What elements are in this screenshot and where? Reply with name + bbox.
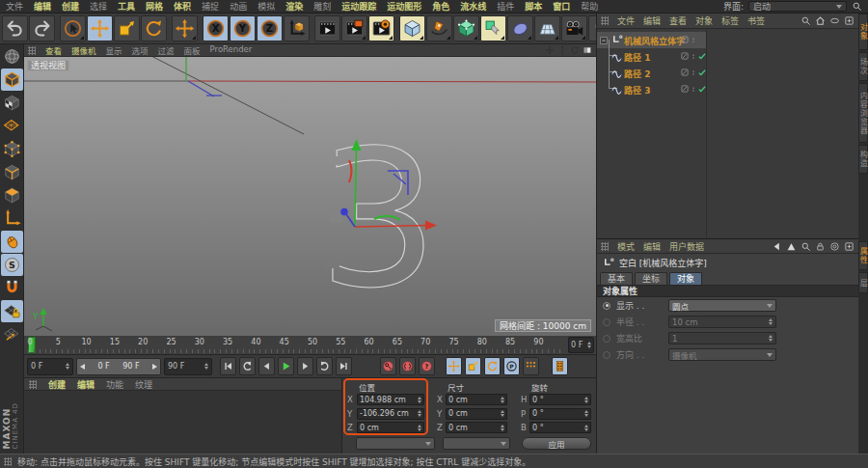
render-view-icon[interactable] — [314, 15, 340, 41]
key-scale-icon[interactable] — [465, 357, 481, 375]
visibility-dots-icon[interactable] — [691, 68, 696, 78]
object-name[interactable]: 路径 1 — [624, 51, 650, 64]
lock-workplane-icon[interactable] — [1, 300, 23, 322]
object-row[interactable]: 路径 3 — [597, 81, 858, 97]
object-manager-menu-item[interactable]: 书签 — [747, 14, 765, 27]
range-right-arrow-icon[interactable] — [152, 364, 157, 370]
key-position-icon[interactable] — [446, 357, 462, 375]
tab-对象[interactable]: 对象 — [669, 272, 702, 285]
model-mode-icon[interactable] — [1, 69, 23, 91]
stepper-icon[interactable] — [769, 335, 773, 342]
object-name[interactable]: 路径 2 — [624, 68, 650, 80]
keyframe-radio[interactable] — [603, 335, 610, 343]
menubar-item[interactable]: 雕刻 — [313, 0, 331, 13]
deformer-icon[interactable] — [507, 15, 533, 41]
object-manager-menu-item[interactable]: 查看 — [669, 14, 687, 27]
menubar-item[interactable]: 渲染 — [285, 0, 303, 13]
axis-y-lock-icon[interactable]: Y — [230, 15, 256, 41]
menubar-item[interactable]: 插件 — [497, 0, 514, 13]
attribute-menu-item[interactable]: 模式 — [617, 240, 635, 253]
object-name[interactable]: 机械风格立体字 — [624, 35, 685, 47]
field-stepper[interactable]: 10 cm — [668, 316, 776, 328]
am-back-icon[interactable] — [772, 241, 782, 252]
stepper-icon[interactable] — [501, 425, 504, 431]
am-lock-icon[interactable] — [815, 241, 826, 252]
camera-icon[interactable] — [561, 15, 587, 41]
object-manager-menu-item[interactable]: 文件 — [617, 14, 635, 27]
coordinate-input[interactable]: 0 cm — [446, 394, 507, 405]
om-add-icon[interactable] — [844, 15, 854, 26]
apply-button[interactable]: 应用 — [522, 437, 591, 450]
viewport-menu-item[interactable]: 面板 — [184, 44, 201, 56]
last-tool-icon[interactable] — [172, 15, 198, 41]
object-name[interactable]: 路径 3 — [624, 84, 650, 96]
menubar-item[interactable]: 运动跟踪 — [341, 0, 376, 13]
gizmo-z-handle[interactable] — [340, 208, 348, 216]
stepper-icon[interactable] — [584, 397, 588, 403]
key-parameter-icon[interactable]: P — [503, 357, 520, 375]
tab-基本[interactable]: 基本 — [600, 272, 633, 285]
viewport-canvas[interactable]: 透视视图 3 — [24, 57, 596, 336]
material-menu-item[interactable]: 创建 — [48, 378, 66, 391]
environment-icon[interactable] — [534, 15, 560, 41]
menubar-item[interactable]: 窗口 — [553, 0, 570, 13]
object-row[interactable]: 0机械风格立体字 — [597, 32, 858, 48]
stepper-icon[interactable] — [501, 397, 504, 403]
stepper-icon[interactable] — [418, 425, 421, 431]
generator-icon[interactable] — [453, 15, 479, 41]
manager-tab-场次[interactable]: 场次 — [858, 52, 868, 81]
coordinate-input[interactable]: 104.988 cm — [357, 394, 424, 405]
menubar-item[interactable]: 帮助 — [581, 0, 598, 13]
viewport-menu-item[interactable]: 查看 — [45, 44, 62, 56]
attribute-menu-item[interactable]: 编辑 — [643, 240, 661, 253]
key-pla-icon[interactable] — [523, 357, 539, 375]
material-menu-item[interactable]: 编辑 — [77, 378, 95, 391]
menubar-item[interactable]: 捕捉 — [202, 0, 219, 13]
next-frame-icon[interactable] — [297, 357, 313, 375]
coordinate-input[interactable]: 0 ° — [529, 394, 591, 405]
animation-palette-icon[interactable] — [552, 357, 568, 375]
stepper-icon[interactable] — [66, 363, 69, 370]
menubar-item[interactable]: 运动图形 — [387, 0, 421, 13]
stepper-icon[interactable] — [769, 318, 773, 325]
expand-icon[interactable] — [599, 36, 609, 45]
panel-grip[interactable] — [4, 457, 12, 466]
panel-grip[interactable] — [601, 16, 609, 25]
axis-z-lock-icon[interactable]: Z — [257, 15, 283, 41]
layer-chip-icon[interactable] — [680, 51, 690, 61]
field-dropdown[interactable]: 摄像机 — [668, 348, 776, 361]
live-selection-icon[interactable] — [60, 15, 86, 41]
manager-tab-属性[interactable]: 属性 — [858, 241, 868, 270]
object-manager-menu-item[interactable]: 编辑 — [643, 14, 661, 27]
spline-icon[interactable] — [610, 83, 623, 96]
snap-icon[interactable]: S — [1, 254, 23, 276]
coordinate-input[interactable]: 0 cm — [357, 422, 424, 433]
go-end-icon[interactable] — [336, 357, 352, 375]
menubar-item[interactable]: 模拟 — [258, 0, 275, 13]
coordinate-mode-dropdown[interactable] — [356, 437, 435, 450]
field-dropdown[interactable]: 圆点 — [668, 299, 776, 312]
render-settings-icon[interactable] — [368, 15, 394, 41]
coordinate-input[interactable]: 0 cm — [446, 422, 507, 433]
autokey-icon[interactable] — [399, 357, 416, 375]
coordinate-input[interactable]: 0 ° — [529, 408, 591, 420]
render-region-icon[interactable] — [341, 15, 367, 41]
viewport-menu-item[interactable]: 选项 — [132, 44, 149, 56]
primitive-cube-icon[interactable] — [399, 15, 425, 41]
menubar-item[interactable]: 脚本 — [525, 0, 542, 13]
coordinate-input[interactable]: 0 cm — [446, 408, 507, 420]
om-filter-icon[interactable] — [829, 15, 840, 26]
om-search-icon[interactable] — [800, 15, 811, 26]
pan-view-icon[interactable] — [545, 45, 555, 55]
menubar-item[interactable]: 创建 — [62, 0, 79, 13]
viewport-menu-item[interactable]: 过滤 — [158, 44, 175, 56]
am-target-icon[interactable] — [829, 241, 840, 252]
keying-help-icon[interactable]: ? — [419, 357, 435, 375]
end-frame-field[interactable]: 90 F — [164, 358, 212, 375]
edge-mode-icon[interactable] — [1, 161, 23, 183]
panel-grip[interactable] — [28, 46, 36, 55]
convert-globe-icon[interactable] — [1, 45, 23, 68]
menubar-item[interactable]: 体积 — [174, 0, 191, 13]
range-left-arrow-icon[interactable] — [80, 364, 85, 370]
layer-chip-icon[interactable] — [680, 35, 690, 44]
